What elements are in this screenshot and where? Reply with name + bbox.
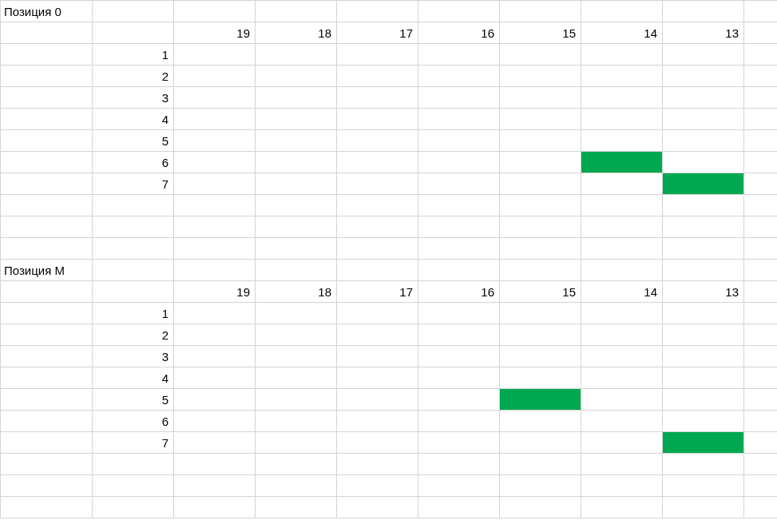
cell[interactable]: [744, 44, 778, 66]
cell[interactable]: [581, 346, 663, 367]
cell[interactable]: [663, 195, 744, 216]
cell[interactable]: [337, 195, 418, 216]
cell[interactable]: [256, 303, 337, 324]
cell[interactable]: [581, 87, 663, 109]
filled-cell[interactable]: [500, 389, 581, 411]
cell[interactable]: [744, 195, 778, 216]
table-row[interactable]: 3: [1, 346, 778, 367]
table-row[interactable]: 4: [1, 367, 778, 389]
cell[interactable]: [337, 475, 418, 497]
cell[interactable]: [93, 475, 174, 497]
cell[interactable]: [581, 324, 663, 346]
cell[interactable]: [418, 346, 500, 367]
cell[interactable]: [500, 238, 581, 260]
table-row[interactable]: 4: [1, 109, 778, 130]
table-row[interactable]: [1, 238, 778, 260]
cell[interactable]: [1, 497, 93, 518]
cell[interactable]: [500, 432, 581, 454]
cell[interactable]: [744, 22, 778, 44]
cell[interactable]: [256, 66, 337, 87]
cell[interactable]: [93, 22, 174, 44]
cell[interactable]: [500, 109, 581, 130]
cell[interactable]: [1, 44, 93, 66]
cell[interactable]: [337, 497, 418, 518]
cell[interactable]: [581, 109, 663, 130]
cell[interactable]: [93, 195, 174, 216]
cell[interactable]: [174, 389, 256, 411]
cell[interactable]: [418, 195, 500, 216]
cell[interactable]: [500, 475, 581, 497]
cell[interactable]: [337, 87, 418, 109]
table-row[interactable]: 5: [1, 130, 778, 152]
cell[interactable]: [663, 389, 744, 411]
cell[interactable]: [663, 260, 744, 281]
cell[interactable]: [744, 324, 778, 346]
cell[interactable]: [581, 130, 663, 152]
cell[interactable]: [500, 303, 581, 324]
table-row[interactable]: [1, 195, 778, 216]
cell[interactable]: [174, 411, 256, 432]
cell[interactable]: [500, 411, 581, 432]
cell[interactable]: [174, 238, 256, 260]
cell[interactable]: [1, 130, 93, 152]
cell[interactable]: [256, 324, 337, 346]
cell[interactable]: [1, 303, 93, 324]
filled-cell[interactable]: [581, 152, 663, 173]
cell[interactable]: [581, 389, 663, 411]
cell[interactable]: [93, 281, 174, 303]
cell[interactable]: [337, 216, 418, 238]
cell[interactable]: [581, 44, 663, 66]
cell[interactable]: [581, 367, 663, 389]
cell[interactable]: [1, 432, 93, 454]
cell[interactable]: [1, 367, 93, 389]
cell[interactable]: [663, 152, 744, 173]
cell[interactable]: [418, 216, 500, 238]
cell[interactable]: [1, 22, 93, 44]
cell[interactable]: [500, 216, 581, 238]
cell[interactable]: [500, 454, 581, 475]
cell[interactable]: [93, 238, 174, 260]
cell[interactable]: [418, 130, 500, 152]
table-row[interactable]: 7: [1, 173, 778, 195]
cell[interactable]: [744, 346, 778, 367]
cell[interactable]: [174, 367, 256, 389]
cell[interactable]: [1, 173, 93, 195]
cell[interactable]: [174, 475, 256, 497]
cell[interactable]: [418, 303, 500, 324]
cell[interactable]: [174, 497, 256, 518]
cell[interactable]: [418, 238, 500, 260]
cell[interactable]: [744, 238, 778, 260]
table-row[interactable]: 7: [1, 432, 778, 454]
cell[interactable]: [337, 303, 418, 324]
cell[interactable]: [663, 44, 744, 66]
cell[interactable]: [93, 497, 174, 518]
cell[interactable]: [663, 367, 744, 389]
table-row[interactable]: 6: [1, 152, 778, 173]
cell[interactable]: [418, 411, 500, 432]
cell[interactable]: [663, 130, 744, 152]
cell[interactable]: [174, 1, 256, 22]
cell[interactable]: [1, 195, 93, 216]
cell[interactable]: [1, 346, 93, 367]
cell[interactable]: [418, 87, 500, 109]
cell[interactable]: [581, 260, 663, 281]
cell[interactable]: [337, 432, 418, 454]
cell[interactable]: [744, 152, 778, 173]
cell[interactable]: [581, 238, 663, 260]
cell[interactable]: [1, 238, 93, 260]
cell[interactable]: [1, 389, 93, 411]
cell[interactable]: [744, 432, 778, 454]
cell[interactable]: [174, 346, 256, 367]
cell[interactable]: [174, 87, 256, 109]
cell[interactable]: [337, 109, 418, 130]
cell[interactable]: [744, 260, 778, 281]
cell[interactable]: [256, 432, 337, 454]
cell[interactable]: [418, 66, 500, 87]
table-row[interactable]: 1: [1, 303, 778, 324]
cell[interactable]: [1, 281, 93, 303]
cell[interactable]: [93, 454, 174, 475]
filled-cell[interactable]: [663, 432, 744, 454]
cell[interactable]: [581, 66, 663, 87]
cell[interactable]: [418, 432, 500, 454]
cell[interactable]: [663, 454, 744, 475]
